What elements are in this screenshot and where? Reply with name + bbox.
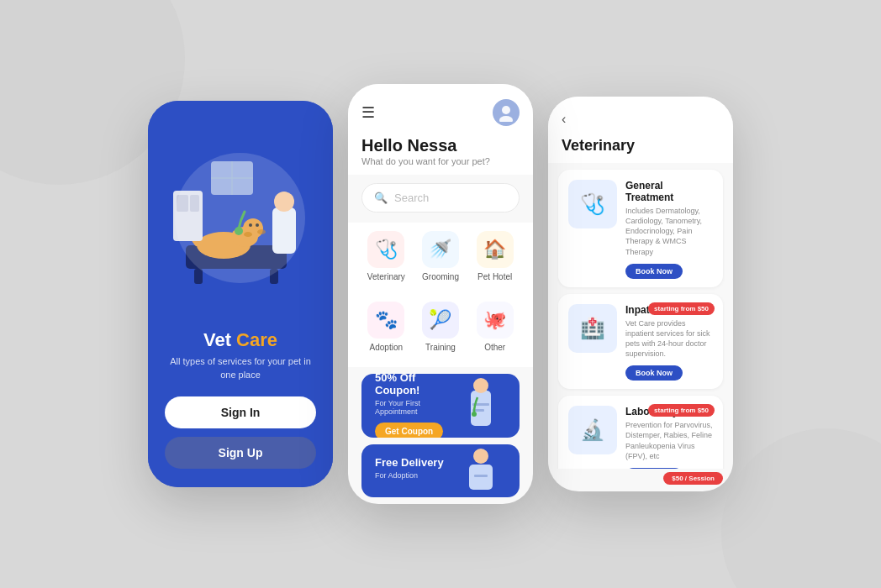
- vet-card-info: General Treatment Includes Dermatology, …: [625, 180, 713, 279]
- signup-button[interactable]: Sign Up: [165, 437, 316, 469]
- category-item-adoption[interactable]: 🐾 Adoption: [361, 293, 411, 359]
- svg-point-20: [502, 106, 510, 114]
- promo-delivery-title: Free Delivery: [375, 456, 447, 469]
- greeting-sub: What do you want for your pet?: [361, 156, 520, 166]
- price-badge: starting from $50: [648, 404, 715, 417]
- book-now-button[interactable]: Book Now: [625, 264, 683, 279]
- get-coupon-button[interactable]: Get Coupon: [375, 423, 443, 438]
- illus-bg-circle: [175, 153, 305, 283]
- book-now-button[interactable]: Book Now: [625, 365, 683, 381]
- phone1-illustration: [148, 101, 333, 322]
- phone-landing: Vet Care All types of services for your …: [148, 101, 333, 487]
- category-item-veterinary[interactable]: 🩺 Veterinary: [361, 223, 411, 288]
- back-button[interactable]: ‹: [562, 112, 566, 127]
- category-icon: 🩺: [367, 231, 404, 268]
- promos-section: 50% Off Coupon! For Your First Appointme…: [348, 367, 533, 504]
- category-label: Other: [484, 343, 505, 352]
- vet-card-1: 🏥 Inpatient Vet Care provides inpatient …: [558, 294, 723, 390]
- svg-point-27: [473, 449, 488, 464]
- categories-grid: 🩺 Veterinary 🚿 Grooming 🏠 Pet Hotel 🐾 Ad…: [348, 223, 533, 367]
- vet-card-desc: Includes Dermatology, Cardiology, Tanome…: [625, 206, 713, 257]
- avatar-svg: [497, 103, 515, 122]
- promo-delivery-illustration: [454, 446, 506, 496]
- price-badge: starting from $50: [648, 302, 715, 315]
- search-icon: 🔍: [374, 192, 388, 204]
- vet-card-icon: 🩺: [568, 180, 617, 228]
- signin-button[interactable]: Sign In: [165, 396, 316, 428]
- vet-card-0: 🩺 General Treatment Includes Dermatology…: [558, 170, 723, 287]
- category-item-training[interactable]: 🎾 Training: [416, 293, 466, 359]
- category-label: Grooming: [422, 272, 459, 281]
- category-icon: 🐙: [477, 302, 514, 339]
- promo-delivery-card[interactable]: Free Delivery For Adoption: [361, 444, 520, 497]
- book-now-button[interactable]: Book Now: [625, 468, 683, 469]
- session-price-badge: $50 / Session: [663, 472, 723, 485]
- vet-card-desc: Prevention for Parvovirus, Distemper, Ra…: [625, 420, 713, 461]
- phone1-bottom: Vet Care All types of services for your …: [148, 322, 333, 487]
- vet-card-info: Inpatient Vet Care provides inpatient se…: [625, 304, 713, 381]
- category-label: Training: [425, 343, 456, 352]
- category-label: Veterinary: [367, 272, 405, 281]
- category-item-other[interactable]: 🐙 Other: [470, 293, 520, 359]
- search-placeholder: Search: [394, 192, 429, 204]
- vet-card-name: General Treatment: [625, 180, 713, 203]
- category-label: Pet Hotel: [477, 272, 512, 281]
- category-icon: 🏠: [477, 231, 514, 268]
- svg-rect-29: [474, 475, 488, 477]
- vet-card-2: 🔬 Laboratory Prevention for Parvovirus, …: [558, 396, 723, 469]
- phone3-header: ‹: [548, 97, 733, 137]
- promo-coupon-text: 50% Off Coupon! For Your First Appointme…: [375, 374, 447, 438]
- promo-coupon-card[interactable]: 50% Off Coupon! For Your First Appointme…: [361, 374, 520, 438]
- category-item-pet hotel[interactable]: 🏠 Pet Hotel: [470, 223, 520, 288]
- vet-card-icon: 🔬: [568, 406, 617, 454]
- search-bar[interactable]: 🔍 Search: [361, 183, 520, 213]
- svg-point-26: [472, 412, 477, 417]
- category-icon: 🎾: [422, 302, 459, 339]
- svg-point-23: [473, 378, 488, 393]
- promo-delivery-text: Free Delivery For Adoption: [375, 456, 447, 486]
- promo-delivery-sub: For Adoption: [375, 471, 447, 480]
- vet-card-icon: 🏥: [568, 304, 617, 353]
- promo-coupon-illustration: [454, 374, 506, 438]
- user-avatar[interactable]: [493, 99, 520, 126]
- category-icon: 🐾: [367, 302, 404, 339]
- vet-page-title: Veterinary: [562, 137, 720, 155]
- app-subtitle: All types of services for your pet in on…: [165, 355, 316, 381]
- promo-coupon-sub: For Your First Appointment: [375, 399, 447, 416]
- phone-home: ☰ Hello Nessa What do you want for your …: [348, 84, 533, 504]
- phones-container: Vet Care All types of services for your …: [148, 84, 733, 504]
- vet-list: 🩺 General Treatment Includes Dermatology…: [548, 163, 733, 469]
- vet-illustration: [165, 144, 316, 296]
- hamburger-icon[interactable]: ☰: [361, 103, 375, 122]
- category-item-grooming[interactable]: 🚿 Grooming: [416, 223, 466, 288]
- greeting-area: Hello Nessa What do you want for your pe…: [348, 133, 533, 175]
- category-label: Adoption: [370, 343, 403, 352]
- greeting-hello: Hello Nessa: [361, 136, 520, 155]
- vet-card-desc: Vet Care provides inpatient services for…: [625, 318, 713, 360]
- svg-point-21: [499, 116, 513, 122]
- phone-vet-list: ‹ Veterinary 🩺 General Treatment Include…: [548, 97, 733, 491]
- category-icon: 🚿: [422, 231, 459, 268]
- phone2-header: ☰: [348, 84, 533, 133]
- promo-coupon-title: 50% Off Coupon!: [375, 374, 447, 396]
- app-title: Vet Care: [203, 330, 277, 350]
